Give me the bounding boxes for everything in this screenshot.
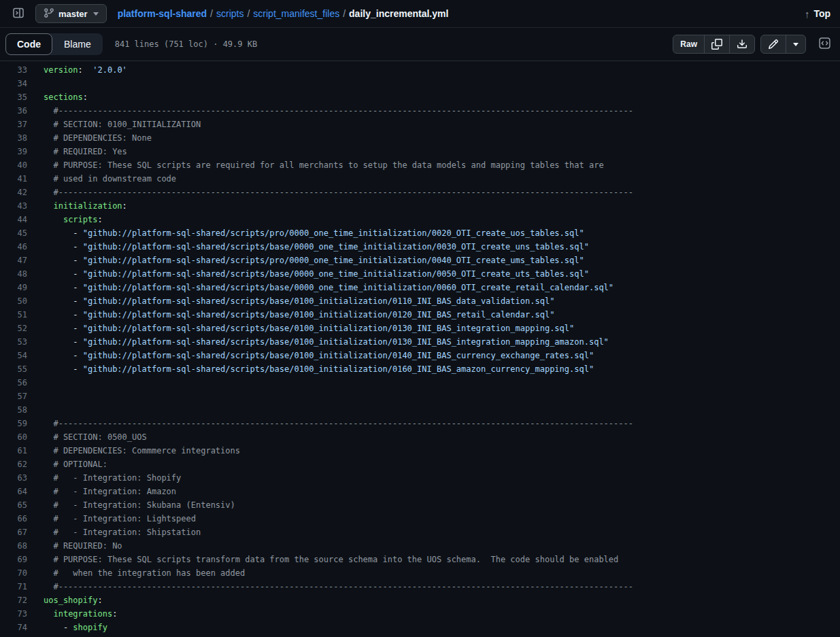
line-content: - "github://platform-sql-shared/scripts/… bbox=[44, 296, 554, 306]
copy-button[interactable] bbox=[704, 35, 729, 53]
line-number[interactable]: 69 bbox=[0, 553, 27, 566]
line-number[interactable]: 43 bbox=[0, 199, 27, 213]
code-line: 63 # - Integration: Shopify bbox=[0, 471, 840, 485]
code-line: 35sections: bbox=[0, 90, 840, 104]
line-number[interactable]: 53 bbox=[0, 335, 27, 349]
tab-blame[interactable]: Blame bbox=[52, 33, 103, 55]
line-content: # REQUIRED: No bbox=[44, 541, 122, 551]
line-number[interactable]: 51 bbox=[0, 308, 27, 322]
line-content: #---------------------------------------… bbox=[44, 188, 633, 197]
line-number[interactable]: 40 bbox=[0, 158, 27, 172]
line-content: scripts: bbox=[44, 215, 103, 224]
code-line: 44 scripts: bbox=[0, 213, 840, 226]
branch-name: master bbox=[58, 9, 88, 19]
line-content: # OPTIONAL: bbox=[44, 460, 107, 469]
code-line: 58 bbox=[0, 403, 840, 417]
code-line: 53 - "github://platform-sql-shared/scrip… bbox=[0, 335, 840, 349]
line-number[interactable]: 34 bbox=[0, 77, 27, 90]
line-number[interactable]: 49 bbox=[0, 281, 27, 294]
branch-selector-button[interactable]: master bbox=[35, 4, 107, 23]
line-content: # SECTION: 0500_UOS bbox=[44, 432, 147, 442]
top-link-label: Top bbox=[813, 8, 830, 19]
line-number[interactable]: 66 bbox=[0, 512, 27, 526]
code-line: 69 # PURPOSE: These SQL scripts transfor… bbox=[0, 553, 840, 566]
line-number[interactable]: 65 bbox=[0, 498, 27, 512]
line-number[interactable]: 58 bbox=[0, 403, 27, 417]
code-line: 52 - "github://platform-sql-shared/scrip… bbox=[0, 322, 840, 335]
line-number[interactable]: 50 bbox=[0, 294, 27, 308]
toolbar-actions: Raw bbox=[673, 35, 835, 54]
line-number[interactable]: 72 bbox=[0, 593, 27, 607]
code-line: 42 #------------------------------------… bbox=[0, 186, 840, 199]
line-content: # PURPOSE: These SQL scripts transform d… bbox=[44, 555, 618, 564]
line-number[interactable]: 56 bbox=[0, 376, 27, 390]
line-number[interactable]: 62 bbox=[0, 458, 27, 471]
symbols-panel-button[interactable] bbox=[814, 35, 835, 54]
line-number[interactable]: 71 bbox=[0, 580, 27, 593]
code-line: 57 bbox=[0, 390, 840, 403]
line-content: uos_shopify: bbox=[44, 596, 103, 605]
line-number[interactable]: 67 bbox=[0, 526, 27, 539]
line-number[interactable]: 45 bbox=[0, 226, 27, 240]
line-number[interactable]: 64 bbox=[0, 485, 27, 498]
line-number[interactable]: 74 bbox=[0, 621, 27, 634]
line-number[interactable]: 68 bbox=[0, 539, 27, 553]
line-number[interactable]: 54 bbox=[0, 349, 27, 362]
line-number[interactable]: 41 bbox=[0, 172, 27, 186]
line-number[interactable]: 33 bbox=[0, 63, 27, 77]
line-content: # - Integration: Amazon bbox=[44, 487, 176, 496]
file-toolbar: Code Blame 841 lines (751 loc) · 49.9 KB… bbox=[0, 28, 840, 61]
line-content: # - Integration: Shopify bbox=[44, 473, 181, 483]
line-number[interactable]: 39 bbox=[0, 145, 27, 158]
breadcrumb-file-name: daily_incremental.yml bbox=[349, 8, 448, 19]
line-content: # - Integration: Skubana (Entensiv) bbox=[44, 500, 235, 510]
code-line: 36 #------------------------------------… bbox=[0, 104, 840, 118]
line-number[interactable]: 57 bbox=[0, 390, 27, 403]
edit-button[interactable] bbox=[761, 35, 786, 53]
file-header-bar: master platform-sql-shared/scripts/scrip… bbox=[0, 0, 840, 28]
line-number[interactable]: 55 bbox=[0, 362, 27, 376]
breadcrumb-folder-link[interactable]: scripts bbox=[216, 8, 243, 19]
code-line: 50 - "github://platform-sql-shared/scrip… bbox=[0, 294, 840, 308]
line-number[interactable]: 73 bbox=[0, 607, 27, 621]
line-number[interactable]: 63 bbox=[0, 471, 27, 485]
line-number[interactable]: 37 bbox=[0, 118, 27, 131]
line-content: #---------------------------------------… bbox=[44, 106, 633, 116]
code-line: 64 # - Integration: Amazon bbox=[0, 485, 840, 498]
line-number[interactable]: 60 bbox=[0, 430, 27, 444]
line-number[interactable]: 42 bbox=[0, 186, 27, 199]
line-content: # SECTION: 0100_INITIALIZATION bbox=[44, 120, 201, 129]
line-number[interactable]: 35 bbox=[0, 90, 27, 104]
code-line: 70 # when the integration has been added bbox=[0, 566, 840, 580]
line-number[interactable]: 46 bbox=[0, 240, 27, 254]
line-number[interactable]: 47 bbox=[0, 254, 27, 267]
breadcrumb-repo-link[interactable]: platform-sql-shared bbox=[118, 8, 207, 19]
code-line: 62 # OPTIONAL: bbox=[0, 458, 840, 471]
line-content: - "github://platform-sql-shared/scripts/… bbox=[44, 324, 574, 333]
tab-code[interactable]: Code bbox=[5, 33, 52, 55]
scroll-to-top-link[interactable]: ↑ Top bbox=[805, 8, 830, 20]
line-content: # PURPOSE: These SQL scripts are require… bbox=[44, 160, 604, 170]
expand-file-tree-button[interactable] bbox=[10, 5, 27, 22]
line-number[interactable]: 38 bbox=[0, 131, 27, 145]
line-content: - "github://platform-sql-shared/scripts/… bbox=[44, 256, 584, 265]
line-content: #---------------------------------------… bbox=[44, 582, 633, 591]
line-number[interactable]: 36 bbox=[0, 104, 27, 118]
line-number[interactable]: 48 bbox=[0, 267, 27, 281]
edit-dropdown-button[interactable] bbox=[786, 35, 805, 53]
line-number[interactable]: 52 bbox=[0, 322, 27, 335]
line-content: #---------------------------------------… bbox=[44, 419, 633, 428]
line-number[interactable]: 70 bbox=[0, 566, 27, 580]
code-line: 41 # used in downstream code bbox=[0, 172, 840, 186]
line-number[interactable]: 59 bbox=[0, 417, 27, 430]
raw-button[interactable]: Raw bbox=[673, 35, 704, 53]
line-content: # when the integration has been added bbox=[44, 568, 245, 578]
line-number[interactable]: 44 bbox=[0, 213, 27, 226]
code-line: 74 - shopify bbox=[0, 621, 840, 634]
breadcrumb-folder-link[interactable]: script_manifest_files bbox=[253, 8, 339, 19]
code-line: 38 # DEPENDENCIES: None bbox=[0, 131, 840, 145]
download-button[interactable] bbox=[729, 35, 754, 53]
line-content: - shopify bbox=[44, 623, 107, 632]
line-content: initialization: bbox=[44, 201, 127, 211]
line-number[interactable]: 61 bbox=[0, 444, 27, 458]
